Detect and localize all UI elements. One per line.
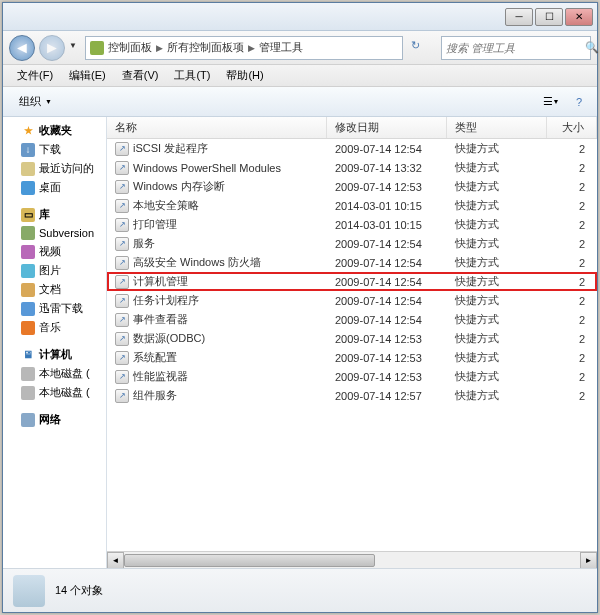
history-dropdown[interactable]: ▼ [69,41,81,55]
sidebar-network-header[interactable]: 网络 [3,410,106,429]
sidebar-item-disk[interactable]: 本地磁盘 ( [3,364,106,383]
shortcut-icon: ↗ [115,237,129,251]
minimize-button[interactable]: ─ [505,8,533,26]
scroll-left-button[interactable]: ◄ [107,552,124,568]
breadcrumb-separator-icon: ▶ [248,43,255,53]
menubar: 文件(F) 编辑(E) 查看(V) 工具(T) 帮助(H) [3,65,597,87]
breadcrumb-part[interactable]: 管理工具 [259,40,303,55]
shortcut-icon: ↗ [115,351,129,365]
window-controls: ─ ☐ ✕ [505,8,593,26]
file-name: 性能监视器 [133,369,188,384]
shortcut-icon: ↗ [115,142,129,156]
status-text: 14 个对象 [55,583,103,598]
column-name[interactable]: 名称 [107,117,327,138]
sidebar-item-label: 桌面 [39,180,61,195]
search-icon[interactable]: 🔍 [585,41,599,55]
file-size: 2 [547,371,597,383]
close-button[interactable]: ✕ [565,8,593,26]
sidebar-item-subversion[interactable]: Subversion [3,224,106,242]
file-name: 系统配置 [133,350,177,365]
breadcrumb-part[interactable]: 所有控制面板项 [167,40,244,55]
file-size: 2 [547,200,597,212]
scroll-thumb[interactable] [124,554,375,567]
file-row[interactable]: ↗数据源(ODBC)2009-07-14 12:53快捷方式2 [107,329,597,348]
sidebar-item-label: 文档 [39,282,61,297]
file-row[interactable]: ↗计算机管理2009-07-14 12:54快捷方式2 [107,272,597,291]
file-date: 2014-03-01 10:15 [327,219,447,231]
shortcut-icon: ↗ [115,313,129,327]
file-row[interactable]: ↗本地安全策略2014-03-01 10:15快捷方式2 [107,196,597,215]
file-size: 2 [547,295,597,307]
shortcut-icon: ↗ [115,161,129,175]
file-date: 2014-03-01 10:15 [327,200,447,212]
filepane: 名称 修改日期 类型 大小 ↗iSCSI 发起程序2009-07-14 12:5… [107,117,597,568]
sidebar-item-videos[interactable]: 视频 [3,242,106,261]
video-icon [21,245,35,259]
file-list[interactable]: ↗iSCSI 发起程序2009-07-14 12:54快捷方式2↗Windows… [107,139,597,551]
forward-button[interactable]: ► [39,35,65,61]
sidebar-favorites-header[interactable]: ★ 收藏夹 [3,121,106,140]
file-row[interactable]: ↗组件服务2009-07-14 12:57快捷方式2 [107,386,597,405]
column-type[interactable]: 类型 [447,117,547,138]
sidebar-computer-header[interactable]: 🖥 计算机 [3,345,106,364]
shortcut-icon: ↗ [115,199,129,213]
back-button[interactable]: ◄ [9,35,35,61]
menu-help[interactable]: 帮助(H) [218,68,271,83]
sidebar-item-pictures[interactable]: 图片 [3,261,106,280]
explorer-window: ─ ☐ ✕ ◄ ► ▼ 控制面板 ▶ 所有控制面板项 ▶ 管理工具 ↻ 🔍 文件… [2,2,598,613]
file-size: 2 [547,162,597,174]
refresh-button[interactable]: ↻ [411,39,431,57]
sidebar-item-xunlei[interactable]: 迅雷下载 [3,299,106,318]
scroll-right-button[interactable]: ► [580,552,597,568]
menu-edit[interactable]: 编辑(E) [61,68,114,83]
sidebar-item-desktop[interactable]: 桌面 [3,178,106,197]
file-row[interactable]: ↗高级安全 Windows 防火墙2009-07-14 12:54快捷方式2 [107,253,597,272]
file-row[interactable]: ↗服务2009-07-14 12:54快捷方式2 [107,234,597,253]
star-icon: ★ [21,124,35,138]
sidebar-item-documents[interactable]: 文档 [3,280,106,299]
file-row[interactable]: ↗Windows 内存诊断2009-07-14 12:53快捷方式2 [107,177,597,196]
sidebar-network: 网络 [3,410,106,429]
library-icon: ▭ [21,208,35,222]
view-mode-button[interactable]: ☰ ▼ [541,93,561,111]
help-button[interactable]: ? [569,93,589,111]
file-type: 快捷方式 [447,388,547,403]
titlebar[interactable]: ─ ☐ ✕ [3,3,597,31]
column-date[interactable]: 修改日期 [327,117,447,138]
file-type: 快捷方式 [447,331,547,346]
sidebar-item-label: 视频 [39,244,61,259]
file-date: 2009-07-14 12:54 [327,295,447,307]
breadcrumb-part[interactable]: 控制面板 [108,40,152,55]
breadcrumb[interactable]: 控制面板 ▶ 所有控制面板项 ▶ 管理工具 [85,36,403,60]
file-row[interactable]: ↗iSCSI 发起程序2009-07-14 12:54快捷方式2 [107,139,597,158]
menu-tools[interactable]: 工具(T) [166,68,218,83]
scroll-track[interactable] [124,552,580,568]
sidebar-item-downloads[interactable]: ↓下载 [3,140,106,159]
menu-view[interactable]: 查看(V) [114,68,167,83]
file-name: 任务计划程序 [133,293,199,308]
sidebar-label: 库 [39,207,50,222]
sidebar-item-disk[interactable]: 本地磁盘 ( [3,383,106,402]
file-row[interactable]: ↗打印管理2014-03-01 10:15快捷方式2 [107,215,597,234]
sidebar-item-recent[interactable]: 最近访问的 [3,159,106,178]
maximize-button[interactable]: ☐ [535,8,563,26]
file-row[interactable]: ↗性能监视器2009-07-14 12:53快捷方式2 [107,367,597,386]
file-type: 快捷方式 [447,217,547,232]
organize-label: 组织 [19,94,41,109]
horizontal-scrollbar[interactable]: ◄ ► [107,551,597,568]
menu-file[interactable]: 文件(F) [9,68,61,83]
network-icon [21,413,35,427]
file-row[interactable]: ↗事件查看器2009-07-14 12:54快捷方式2 [107,310,597,329]
file-row[interactable]: ↗任务计划程序2009-07-14 12:54快捷方式2 [107,291,597,310]
sidebar-item-music[interactable]: 音乐 [3,318,106,337]
sidebar-item-label: 下载 [39,142,61,157]
file-row[interactable]: ↗Windows PowerShell Modules2009-07-14 13… [107,158,597,177]
file-row[interactable]: ↗系统配置2009-07-14 12:53快捷方式2 [107,348,597,367]
search-input[interactable] [446,42,585,54]
sidebar-libraries-header[interactable]: ▭ 库 [3,205,106,224]
file-type: 快捷方式 [447,179,547,194]
search-box[interactable]: 🔍 [441,36,591,60]
column-size[interactable]: 大小 [547,117,597,138]
organize-button[interactable]: 组织 ▼ [11,92,60,111]
file-name: 本地安全策略 [133,198,199,213]
